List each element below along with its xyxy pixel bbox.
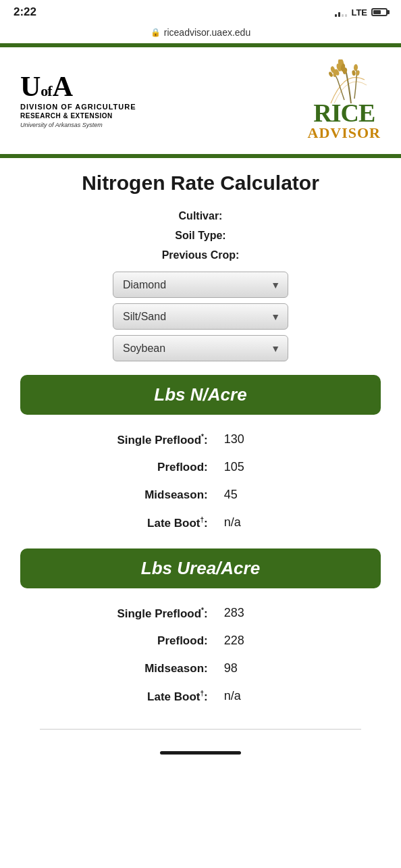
previous-crop-select-wrapper[interactable]: Soybean Corn Fallow Rice ▼ xyxy=(113,335,288,361)
lbs-urea-acre-title: Lbs Urea/Acre xyxy=(141,558,260,578)
table-row: Preflood: 228 xyxy=(20,627,381,655)
select-group: Diamond Gemini 214 Rex ▼ Silt/Sand Clay … xyxy=(113,272,288,361)
divider xyxy=(40,729,360,730)
soil-type-label: Soil Type: xyxy=(162,226,240,246)
page-title: Nitrogen Rate Calculator xyxy=(20,172,381,195)
preflood-n-label: Preflood: xyxy=(20,453,219,481)
lbs-n-acre-title: Lbs N/Acre xyxy=(154,384,246,405)
late-boot-urea-value: n/a xyxy=(219,682,381,710)
single-preflood-n-value: 130 xyxy=(219,426,381,453)
late-boot-n-label: Late Boot†: xyxy=(20,509,219,536)
lte-label: LTE xyxy=(351,7,367,18)
midseason-urea-label: Midseason: xyxy=(20,655,219,682)
svg-point-9 xyxy=(352,70,356,76)
soil-type-select[interactable]: Silt/Sand Clay Silt Loam xyxy=(113,303,288,330)
url-bar[interactable]: 🔒 riceadvisor.uaex.edu xyxy=(0,22,401,43)
form-labels: Cultivar: Soil Type: Previous Crop: xyxy=(162,207,240,265)
ua-research-text: RESEARCH & EXTENSION xyxy=(20,111,136,121)
main-content: Nitrogen Rate Calculator Cultivar: Soil … xyxy=(0,158,401,729)
late-boot-n-value: n/a xyxy=(219,509,381,536)
late-boot-urea-label: Late Boot†: xyxy=(20,682,219,710)
midseason-n-label: Midseason: xyxy=(20,481,219,509)
soil-type-select-wrapper[interactable]: Silt/Sand Clay Silt Loam ▼ xyxy=(113,303,288,330)
status-right: LTE xyxy=(335,7,387,18)
ua-logo-letters: UofA xyxy=(20,72,136,101)
table-row: Single Preflood*: 283 xyxy=(20,599,381,627)
status-bar: 2:22 LTE xyxy=(0,0,401,22)
cultivar-select-wrapper[interactable]: Diamond Gemini 214 Rex ▼ xyxy=(113,272,288,298)
bottom-home-bar xyxy=(0,743,401,760)
advisor-text: ADVISOR xyxy=(308,124,381,142)
status-time: 2:22 xyxy=(14,5,36,19)
table-row: Late Boot†: n/a xyxy=(20,682,381,710)
rice-wheat-icon xyxy=(314,59,375,107)
ua-university-text: University of Arkansas System xyxy=(20,121,136,130)
ua-logo: UofA DIVISION OF AGRICULTURE RESEARCH & … xyxy=(20,72,136,130)
single-preflood-n-label: Single Preflood*: xyxy=(20,426,219,453)
url-text: riceadvisor.uaex.edu xyxy=(164,27,250,38)
previous-crop-select[interactable]: Soybean Corn Fallow Rice xyxy=(113,335,288,361)
preflood-urea-value: 228 xyxy=(219,627,381,655)
preflood-n-value: 105 xyxy=(219,453,381,481)
cultivar-select[interactable]: Diamond Gemini 214 Rex xyxy=(113,272,288,298)
rice-advisor-logo: RICE ADVISOR xyxy=(308,59,381,142)
single-preflood-urea-value: 283 xyxy=(219,599,381,627)
svg-point-8 xyxy=(353,64,358,71)
table-row: Preflood: 105 xyxy=(20,453,381,481)
single-preflood-urea-label: Single Preflood*: xyxy=(20,599,219,627)
table-row: Midseason: 45 xyxy=(20,481,381,509)
lbs-n-acre-table: Single Preflood*: 130 Preflood: 105 Mids… xyxy=(20,426,381,536)
cultivar-label: Cultivar: xyxy=(162,207,240,226)
lock-icon: 🔒 xyxy=(151,28,161,37)
midseason-n-value: 45 xyxy=(219,481,381,509)
table-row: Midseason: 98 xyxy=(20,655,381,682)
lbs-urea-acre-header: Lbs Urea/Acre xyxy=(20,548,381,588)
table-row: Single Preflood*: 130 xyxy=(20,426,381,453)
form-area: Cultivar: Soil Type: Previous Crop: Diam… xyxy=(20,207,381,361)
signal-icon xyxy=(335,7,347,17)
home-indicator xyxy=(160,751,241,755)
lbs-n-acre-header: Lbs N/Acre xyxy=(20,375,381,415)
previous-crop-label: Previous Crop: xyxy=(162,246,240,265)
midseason-urea-value: 98 xyxy=(219,655,381,682)
lbs-urea-acre-table: Single Preflood*: 283 Preflood: 228 Mids… xyxy=(20,599,381,710)
header-area: UofA DIVISION OF AGRICULTURE RESEARCH & … xyxy=(0,47,401,154)
preflood-urea-label: Preflood: xyxy=(20,627,219,655)
ua-division-text: DIVISION OF AGRICULTURE xyxy=(20,102,136,111)
battery-icon xyxy=(371,8,387,16)
table-row: Late Boot†: n/a xyxy=(20,509,381,536)
